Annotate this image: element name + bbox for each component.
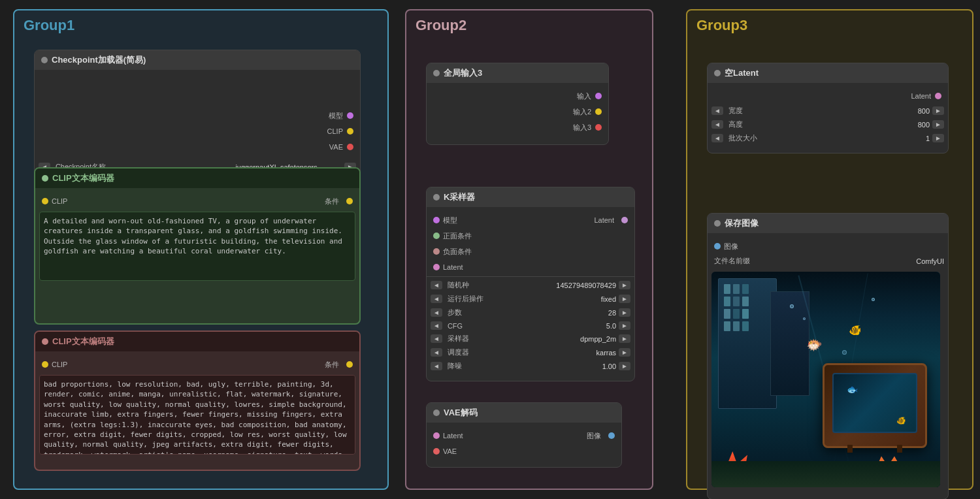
vae-image-out: 图像 xyxy=(587,431,615,441)
batch-row[interactable]: ◄ 批次大小 1 ► xyxy=(708,131,948,145)
clip-neg-in-dot xyxy=(42,361,48,368)
latent-out-row: Latent xyxy=(708,88,948,104)
bubble2 xyxy=(803,317,806,320)
denoise-left[interactable]: ◄ xyxy=(431,362,442,370)
model-out-port xyxy=(347,112,353,119)
vae-vae-in: VAE xyxy=(433,447,457,455)
bubble3 xyxy=(872,298,875,301)
save-image-dot xyxy=(714,220,721,227)
k-neg-in: 负面条件 xyxy=(433,247,472,257)
clip-positive-in-port: CLIP xyxy=(42,197,67,205)
clip-negative-textarea[interactable]: bad proportions, low resolution, bad, ug… xyxy=(39,375,355,455)
checkpoint-body: 模型 CLIP VAE ◄ Checkpoint名称 juggernautXL.… xyxy=(35,70,360,182)
k-model-row: 模型 Latent xyxy=(427,212,634,228)
k-sampler-dot xyxy=(433,194,440,201)
seed-row[interactable]: ◄ 随机种 145279489078429 ► xyxy=(427,278,634,292)
scheduler-right[interactable]: ► xyxy=(619,348,630,357)
k-latent-port xyxy=(433,264,440,270)
win xyxy=(724,284,730,294)
clip-positive-node: CLIP文本编码器 CLIP 条件 A detailed and worn-ou… xyxy=(34,167,361,325)
scheduler-left[interactable]: ◄ xyxy=(431,348,442,357)
clip-negative-node: CLIP文本编码器 CLIP 条件 bad proportions, low r… xyxy=(34,330,361,471)
k-sampler-header: K采样器 xyxy=(427,187,634,207)
win xyxy=(733,321,740,331)
goldfish2: 🐠 xyxy=(849,324,862,336)
vae-vae-row: VAE xyxy=(427,443,621,459)
batch-right[interactable]: ► xyxy=(932,134,944,142)
empty-latent-header: 空Latent xyxy=(708,63,948,83)
vae-vae-port xyxy=(433,448,440,455)
input2-row: 输入2 xyxy=(427,104,608,120)
checkpoint-dot xyxy=(41,57,48,63)
k-negative-row: 负面条件 xyxy=(427,244,634,259)
after-left[interactable]: ◄ xyxy=(431,295,442,303)
height-right[interactable]: ► xyxy=(932,120,944,129)
steps-left[interactable]: ◄ xyxy=(431,308,442,317)
k-model-label: 模型 xyxy=(443,216,457,225)
sea-floor xyxy=(711,461,940,487)
after-right[interactable]: ► xyxy=(619,295,630,303)
group1-title: Group1 xyxy=(14,10,387,40)
empty-latent-title: 空Latent xyxy=(725,67,759,79)
clip-pos-out-dot xyxy=(346,198,353,204)
input1-port xyxy=(595,93,602,99)
clip-positive-port-row: CLIP 条件 xyxy=(35,193,359,209)
save-image-title: 保存图像 xyxy=(725,217,759,229)
tv-leg2 xyxy=(897,445,902,453)
bubble4 xyxy=(842,350,847,355)
vae-decode-node: VAE解码 Latent 图像 VAE xyxy=(426,402,622,468)
denoise-row[interactable]: ◄ 降噪 1.00 ► xyxy=(427,359,634,373)
batch-left[interactable]: ◄ xyxy=(711,134,723,142)
k-model-in: 模型 xyxy=(433,216,457,225)
input3-row: 输入3 xyxy=(427,120,608,135)
denoise-value: 1.00 xyxy=(577,362,616,370)
width-right[interactable]: ► xyxy=(932,106,944,115)
batch-value: 1 xyxy=(877,135,930,142)
steps-row[interactable]: ◄ 步数 28 ► xyxy=(427,306,634,319)
width-row[interactable]: ◄ 宽度 800 ► xyxy=(708,104,948,118)
width-left[interactable]: ◄ xyxy=(711,106,723,115)
clip-positive-textarea[interactable]: A detailed and worn-out old-fashioned TV… xyxy=(39,212,355,281)
clip-neg-out-port: 条件 xyxy=(325,360,353,370)
save-image-port xyxy=(714,243,721,250)
filename-label: 文件名前缀 xyxy=(711,256,863,266)
sampler-right[interactable]: ► xyxy=(619,334,630,343)
clip-negative-title: CLIP文本编码器 xyxy=(52,336,114,347)
cfg-value: 5.0 xyxy=(577,322,616,330)
sampler-row[interactable]: ◄ 采样器 dpmpp_2m ► xyxy=(427,332,634,346)
sampler-left[interactable]: ◄ xyxy=(431,334,442,343)
vae-image-port xyxy=(608,432,615,439)
vae-latent-label: Latent xyxy=(443,432,463,440)
canvas: Group1 Checkpoint加载器(简易) 模型 CLIP VAE xyxy=(0,0,980,499)
clip-negative-header: CLIP文本编码器 xyxy=(35,332,359,351)
building-windows xyxy=(719,279,776,386)
scheduler-row[interactable]: ◄ 调度器 karras ► xyxy=(427,346,634,359)
after-row[interactable]: ◄ 运行后操作 fixed ► xyxy=(427,292,634,306)
steps-right[interactable]: ► xyxy=(619,308,630,317)
input2-port xyxy=(595,108,602,115)
width-value: 800 xyxy=(877,107,930,115)
save-image-port-row: 图像 xyxy=(708,238,948,254)
seed-left[interactable]: ◄ xyxy=(431,281,442,289)
cfg-row[interactable]: ◄ CFG 5.0 ► xyxy=(427,319,634,332)
clip-positive-title: CLIP文本编码器 xyxy=(52,172,114,184)
cfg-label: CFG xyxy=(445,322,574,330)
denoise-right[interactable]: ► xyxy=(619,362,630,370)
vae-decode-dot xyxy=(433,410,440,416)
clip-positive-dot xyxy=(42,175,48,182)
filename-row[interactable]: 文件名前缀 ComfyUI xyxy=(708,254,948,268)
input1-label: 输入 xyxy=(577,91,591,101)
fish-in-tv: 🐟 xyxy=(847,384,858,394)
vae-out-port xyxy=(347,144,353,150)
height-label: 高度 xyxy=(726,120,875,129)
clip-out-port xyxy=(347,128,353,135)
cfg-right[interactable]: ► xyxy=(619,321,630,330)
height-row[interactable]: ◄ 高度 800 ► xyxy=(708,118,948,131)
vae-decode-title: VAE解码 xyxy=(444,407,478,419)
clip-positive-out-port: 条件 xyxy=(325,197,353,206)
seed-right[interactable]: ► xyxy=(619,281,630,289)
cfg-left[interactable]: ◄ xyxy=(431,321,442,330)
height-left[interactable]: ◄ xyxy=(711,120,723,129)
win xyxy=(742,321,749,331)
k-latent-in: Latent xyxy=(433,263,463,271)
